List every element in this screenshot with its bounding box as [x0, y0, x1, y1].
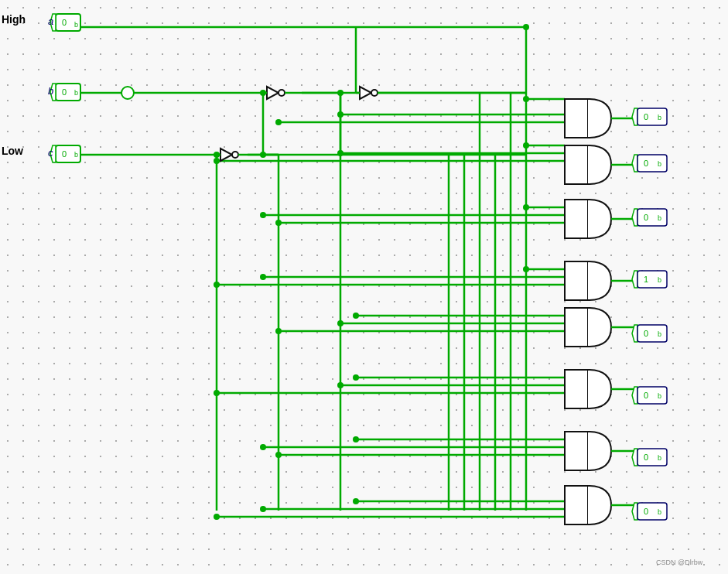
svg-text:0: 0 — [644, 453, 648, 462]
svg-text:b: b — [74, 89, 78, 97]
input-c-label: c — [48, 147, 53, 159]
svg-rect-140 — [637, 449, 667, 466]
svg-rect-105 — [565, 261, 588, 300]
svg-text:0: 0 — [644, 213, 648, 222]
svg-point-52 — [353, 436, 359, 442]
svg-point-47 — [523, 142, 529, 149]
watermark-text: CSDN @Dlrbw — [656, 559, 703, 566]
svg-point-68 — [275, 452, 282, 458]
svg-rect-116 — [637, 108, 667, 125]
svg-marker-119 — [632, 155, 637, 172]
svg-point-63 — [260, 444, 266, 450]
svg-point-91 — [279, 90, 285, 96]
svg-text:1: 1 — [644, 275, 648, 284]
svg-rect-113 — [565, 486, 588, 524]
svg-point-70 — [214, 158, 220, 164]
svg-rect-101 — [565, 145, 588, 184]
svg-marker-90 — [267, 87, 279, 99]
svg-rect-109 — [565, 370, 588, 408]
svg-marker-86 — [360, 87, 371, 99]
svg-rect-132 — [637, 325, 667, 342]
svg-point-61 — [260, 212, 266, 218]
svg-marker-127 — [632, 271, 637, 288]
svg-point-49 — [523, 266, 529, 272]
svg-text:0: 0 — [62, 87, 67, 97]
svg-point-66 — [275, 220, 282, 226]
svg-text:b: b — [658, 330, 661, 338]
svg-point-62 — [260, 274, 266, 280]
svg-text:0: 0 — [644, 507, 648, 516]
svg-marker-94 — [220, 149, 232, 161]
circuit-svg: 0 b 0 b 0 b — [0, 0, 728, 574]
svg-point-64 — [260, 506, 266, 512]
svg-point-73 — [214, 514, 220, 520]
svg-point-46 — [523, 96, 529, 102]
svg-text:b: b — [74, 21, 78, 29]
svg-marker-115 — [632, 108, 637, 125]
svg-point-58 — [337, 382, 343, 388]
svg-point-55 — [337, 111, 343, 118]
svg-point-98 — [121, 87, 134, 99]
svg-rect-124 — [637, 209, 667, 226]
svg-rect-144 — [637, 503, 667, 520]
svg-text:b: b — [658, 214, 661, 222]
svg-rect-103 — [565, 200, 588, 238]
svg-point-50 — [353, 313, 359, 319]
logic-diagram-canvas: 0 b 0 b 0 b — [0, 0, 728, 574]
svg-rect-128 — [637, 271, 667, 288]
input-b-label: b — [48, 85, 53, 97]
svg-point-45 — [523, 24, 529, 30]
svg-rect-111 — [565, 432, 588, 470]
svg-text:b: b — [74, 151, 78, 159]
svg-text:b: b — [658, 114, 661, 121]
svg-rect-107 — [565, 308, 588, 347]
low-label: Low — [2, 145, 23, 157]
svg-point-48 — [523, 204, 529, 210]
input-a-label: a — [48, 15, 53, 27]
svg-rect-99 — [565, 99, 588, 138]
svg-text:b: b — [658, 392, 661, 400]
svg-marker-123 — [632, 209, 637, 226]
svg-point-67 — [275, 328, 282, 334]
svg-text:b: b — [658, 508, 661, 516]
svg-point-95 — [232, 152, 238, 158]
svg-text:0: 0 — [644, 391, 648, 400]
svg-text:0: 0 — [644, 159, 648, 168]
svg-point-72 — [214, 390, 220, 396]
svg-text:0: 0 — [62, 149, 67, 159]
svg-text:b: b — [658, 160, 661, 168]
svg-point-87 — [371, 90, 378, 96]
svg-point-65 — [275, 119, 282, 125]
svg-text:0: 0 — [62, 18, 67, 27]
svg-point-53 — [353, 498, 359, 504]
svg-point-51 — [353, 374, 359, 381]
svg-text:b: b — [658, 454, 661, 462]
svg-point-57 — [337, 320, 343, 326]
svg-point-71 — [214, 282, 220, 288]
svg-rect-120 — [637, 155, 667, 172]
svg-point-56 — [337, 150, 343, 156]
svg-rect-136 — [637, 387, 667, 404]
svg-text:b: b — [658, 276, 661, 284]
high-label: High — [2, 13, 26, 26]
svg-text:0: 0 — [644, 112, 648, 121]
svg-text:0: 0 — [644, 329, 648, 338]
